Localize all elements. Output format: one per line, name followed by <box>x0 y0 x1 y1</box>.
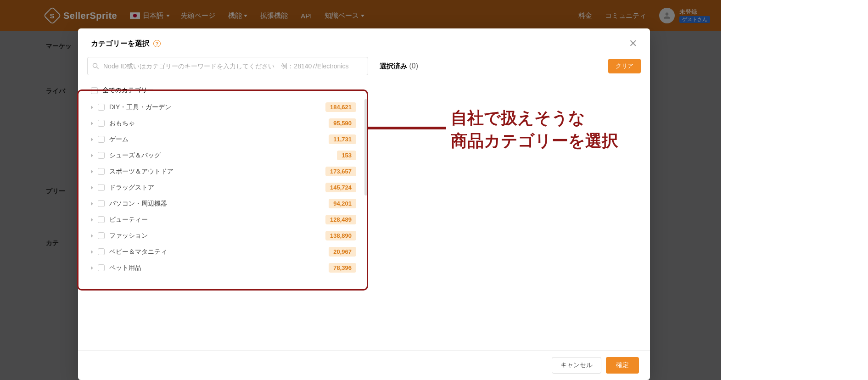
selected-count: (0) <box>409 62 418 70</box>
category-row[interactable]: パソコン・周辺機器94,201 <box>87 196 368 212</box>
scrollbar-thumb[interactable] <box>364 99 367 196</box>
expand-caret-icon[interactable] <box>91 218 93 222</box>
category-left-panel: 全てのカテゴリー DIY・工具・ガーデン184,621おもちゃ95,590ゲーム… <box>87 57 368 350</box>
svg-point-0 <box>93 63 97 67</box>
expand-caret-icon[interactable] <box>91 234 93 238</box>
help-icon[interactable]: ? <box>153 40 161 47</box>
modal-backdrop-top <box>0 0 721 31</box>
category-search-input[interactable] <box>87 57 368 75</box>
category-row[interactable]: ペット用品78,396 <box>87 260 368 276</box>
category-count: 138,890 <box>325 231 356 240</box>
checkbox-icon[interactable] <box>98 216 105 223</box>
checkbox-icon[interactable] <box>98 248 105 255</box>
modal-title-text: カテゴリーを選択 <box>91 39 150 49</box>
expand-caret-icon[interactable] <box>91 250 93 254</box>
category-count: 94,201 <box>329 199 356 208</box>
svg-line-1 <box>97 67 99 69</box>
expand-caret-icon[interactable] <box>91 266 93 270</box>
category-count: 11,731 <box>329 134 356 144</box>
category-count: 184,621 <box>325 102 356 112</box>
checkbox-icon[interactable] <box>91 87 98 94</box>
selected-right-panel: 選択済み (0) クリア <box>368 57 641 350</box>
category-label: ファッション <box>109 232 325 240</box>
category-row[interactable]: ファッション138,890 <box>87 228 368 244</box>
checkbox-icon[interactable] <box>98 136 105 143</box>
search-input-wrap <box>87 57 368 75</box>
category-box: 全てのカテゴリー DIY・工具・ガーデン184,621おもちゃ95,590ゲーム… <box>87 82 368 280</box>
category-row[interactable]: シューズ＆バッグ153 <box>87 147 368 163</box>
annotation-line1: 自社で扱えそうな <box>451 108 585 127</box>
checkbox-icon[interactable] <box>98 232 105 239</box>
modal-body: 全てのカテゴリー DIY・工具・ガーデン184,621おもちゃ95,590ゲーム… <box>78 57 650 350</box>
selected-title-wrap: 選択済み (0) <box>380 62 418 71</box>
expand-caret-icon[interactable] <box>91 122 93 125</box>
clear-button[interactable]: クリア <box>608 59 641 73</box>
category-label: ドラッグストア <box>109 184 325 192</box>
annotation-line2: 商品カテゴリーを選択 <box>451 131 618 150</box>
category-label: パソコン・周辺機器 <box>109 200 329 208</box>
confirm-button[interactable]: 確定 <box>606 357 639 374</box>
expand-caret-icon[interactable] <box>91 202 93 206</box>
checkbox-icon[interactable] <box>98 168 105 175</box>
category-count: 95,590 <box>329 118 356 128</box>
category-label: スポーツ＆アウトドア <box>109 168 325 176</box>
category-count: 78,396 <box>329 263 356 273</box>
category-label: シューズ＆バッグ <box>109 151 337 160</box>
checkbox-icon[interactable] <box>98 200 105 207</box>
category-row[interactable]: ゲーム11,731 <box>87 131 368 147</box>
category-count: 145,724 <box>325 183 356 192</box>
category-row[interactable]: ベビー＆マタニティ20,967 <box>87 244 368 260</box>
modal-title: カテゴリーを選択 ? <box>91 39 161 49</box>
category-row[interactable]: DIY・工具・ガーデン184,621 <box>87 99 368 115</box>
category-count: 20,967 <box>329 247 356 257</box>
category-row[interactable]: ドラッグストア145,724 <box>87 179 368 196</box>
category-row[interactable]: スポーツ＆アウトドア173,657 <box>87 163 368 179</box>
checkbox-icon[interactable] <box>98 104 105 111</box>
checkbox-icon[interactable] <box>98 184 105 191</box>
category-count: 173,657 <box>325 167 356 176</box>
expand-caret-icon[interactable] <box>91 170 93 173</box>
category-label: DIY・工具・ガーデン <box>109 103 325 112</box>
category-label: おもちゃ <box>109 119 329 128</box>
modal-footer: キャンセル 確定 <box>78 350 650 380</box>
expand-caret-icon[interactable] <box>91 138 93 141</box>
expand-caret-icon[interactable] <box>91 106 93 109</box>
all-categories-label: 全てのカテゴリー <box>102 86 154 95</box>
expand-caret-icon[interactable] <box>91 154 93 157</box>
expand-caret-icon[interactable] <box>91 186 93 190</box>
category-count: 153 <box>337 151 356 160</box>
selected-title: 選択済み <box>380 62 407 70</box>
close-icon[interactable]: ✕ <box>629 39 637 49</box>
annotation-connector <box>368 127 446 129</box>
modal-header: カテゴリーを選択 ? ✕ <box>78 28 650 57</box>
search-icon <box>92 63 99 70</box>
cancel-button[interactable]: キャンセル <box>552 357 601 374</box>
category-row[interactable]: ビューティー128,489 <box>87 212 368 228</box>
checkbox-icon[interactable] <box>98 264 105 271</box>
checkbox-icon[interactable] <box>98 152 105 159</box>
category-count: 128,489 <box>325 215 356 224</box>
selected-header: 選択済み (0) クリア <box>380 57 641 75</box>
whitespace-right <box>721 0 868 380</box>
annotation-text: 自社で扱えそうな 商品カテゴリーを選択 <box>451 106 618 153</box>
category-list[interactable]: DIY・工具・ガーデン184,621おもちゃ95,590ゲーム11,731シュー… <box>87 99 368 280</box>
all-categories-row[interactable]: 全てのカテゴリー <box>87 82 368 99</box>
category-label: ベビー＆マタニティ <box>109 248 329 256</box>
category-select-modal: カテゴリーを選択 ? ✕ 全てのカテゴリー DIY・工具・ガーデン184,621… <box>78 28 650 380</box>
category-label: ビューティー <box>109 216 325 224</box>
category-label: ゲーム <box>109 135 329 144</box>
checkbox-icon[interactable] <box>98 120 105 127</box>
category-row[interactable]: おもちゃ95,590 <box>87 115 368 131</box>
category-label: ペット用品 <box>109 264 329 272</box>
